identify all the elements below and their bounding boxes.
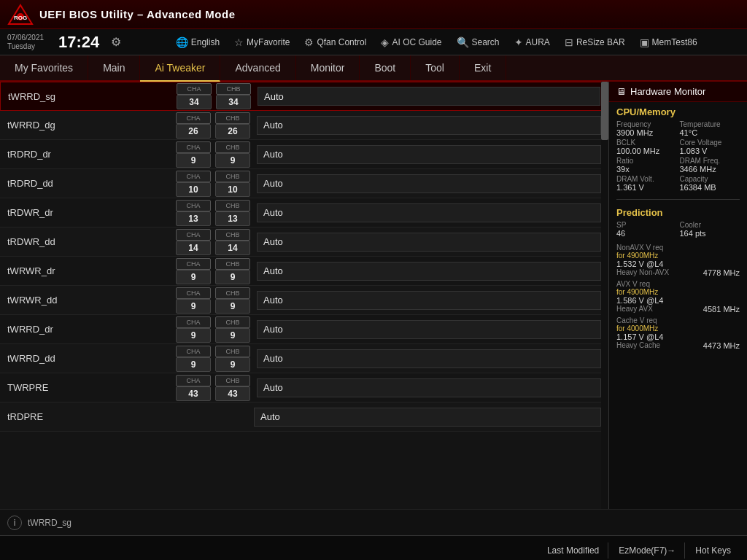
chb-value: 9	[215, 357, 250, 372]
cha-group: CHA 43	[175, 375, 212, 401]
header-logo: ROG UEFI BIOS Utility – Advanced Mode	[7, 4, 235, 26]
row-value[interactable]: Auto	[254, 408, 601, 427]
scrollbar-thumb[interactable]	[601, 82, 608, 140]
ratio-label: Ratio 39x	[616, 157, 677, 174]
nav-my-favorites[interactable]: My Favorites	[0, 55, 88, 80]
hw-monitor-title: 🖥 Hardware Monitor	[609, 82, 747, 102]
cha-header: CHA	[176, 200, 211, 211]
nav-ai-tweaker[interactable]: Ai Tweaker	[140, 55, 220, 82]
row-chips: CHA 9 CHB 9	[175, 316, 251, 343]
table-row[interactable]: tWRWR_dr CHA 9 CHB 9 Auto	[0, 257, 608, 286]
cha-value: 14	[176, 241, 211, 255]
nav-monitor[interactable]: Monitor	[296, 55, 360, 80]
table-row[interactable]: tRDWR_dr CHA 13 CHB 13 Auto	[0, 198, 608, 228]
row-label: tWRRD_sg	[8, 91, 176, 102]
row-label: tRDRD_dd	[7, 178, 175, 189]
chb-value: 9	[215, 270, 250, 284]
table-row[interactable]: tRDPRE Auto	[0, 402, 608, 432]
cha-value: 26	[176, 124, 211, 139]
chb-header: CHB	[216, 83, 251, 95]
topbar-aioc[interactable]: ◈ AI OC Guide	[378, 35, 444, 50]
row-chips: CHA 10 CHB 10	[175, 171, 251, 197]
row-value[interactable]: Auto	[257, 291, 601, 310]
sp-value: SP 46	[616, 221, 677, 238]
settings-icon[interactable]: ⚙	[111, 35, 121, 49]
row-value[interactable]: Auto	[257, 320, 601, 339]
cha-header: CHA	[176, 112, 211, 124]
header-title: UEFI BIOS Utility – Advanced Mode	[39, 8, 235, 20]
cha-group: CHA 26	[175, 112, 212, 139]
search-icon: 🔍	[457, 36, 469, 48]
row-chips: CHA 13 CHB 13	[175, 200, 251, 226]
cha-group: CHA 9	[175, 258, 212, 284]
topbar-items: 🌐 English ☆ MyFavorite ⚙ Qfan Control ◈ …	[133, 35, 740, 50]
row-value[interactable]: Auto	[257, 174, 601, 193]
row-value[interactable]: Auto	[257, 349, 601, 368]
topbar-memtest[interactable]: ▣ MemTest86	[637, 35, 700, 50]
chb-header: CHB	[215, 141, 250, 153]
chb-header: CHB	[215, 316, 250, 328]
table-row[interactable]: tRDWR_dd CHA 14 CHB 14 Auto	[0, 228, 608, 257]
chb-header: CHB	[215, 346, 250, 357]
table-body: tWRRD_sg CHA 34 CHB 34 Auto tWRRD_dg CHA…	[0, 82, 608, 432]
hot-keys-button[interactable]: Hot Keys	[686, 542, 740, 559]
table-row[interactable]: tWRWR_dd CHA 9 CHB 9 Auto	[0, 286, 608, 315]
chb-header: CHB	[215, 200, 250, 211]
non-avx-item: NonAVX V req for 4900MHz 1.532 V @L4 Hea…	[609, 242, 747, 279]
cha-group: CHA 9	[175, 287, 212, 314]
chb-group: CHB 9	[214, 258, 251, 284]
cpu-memory-title: CPU/Memory	[609, 102, 747, 120]
nav-exit[interactable]: Exit	[460, 55, 506, 80]
row-value[interactable]: Auto	[257, 203, 601, 222]
chb-group: CHB 14	[214, 229, 251, 255]
topbar-date: 07/06/2021	[7, 34, 44, 42]
topbar-myfavorite[interactable]: ☆ MyFavorite	[231, 35, 293, 50]
chb-header: CHB	[215, 375, 250, 386]
cha-group: CHA 9	[175, 346, 212, 372]
table-row[interactable]: tRDRD_dr CHA 9 CHB 9 Auto	[0, 140, 608, 169]
row-label: tWRRD_dr	[7, 324, 175, 335]
table-row[interactable]: tWRRD_dd CHA 9 CHB 9 Auto	[0, 344, 608, 373]
cache-item: Cache V req for 4000MHz 1.157 V @L4 Heav…	[609, 315, 747, 351]
cha-value: 34	[177, 95, 212, 109]
ez-mode-button[interactable]: EzMode(F7)→	[610, 542, 685, 559]
row-value[interactable]: Auto	[257, 378, 601, 397]
row-value[interactable]: Auto	[257, 116, 601, 135]
row-value[interactable]: Auto	[257, 233, 601, 252]
cha-group: CHA 14	[175, 229, 212, 255]
topbar-myfavorite-label: MyFavorite	[247, 37, 290, 47]
left-panel: tWRRD_sg CHA 34 CHB 34 Auto tWRRD_dg CHA…	[0, 82, 608, 509]
table-row[interactable]: tRDRD_dd CHA 10 CHB 10 Auto	[0, 169, 608, 198]
nav-boot[interactable]: Boot	[360, 55, 411, 80]
row-value[interactable]: Auto	[257, 262, 601, 281]
nav-main[interactable]: Main	[88, 55, 140, 80]
scrollbar-track[interactable]	[601, 82, 608, 509]
info-text: tWRRD_sg	[28, 518, 71, 528]
row-value[interactable]: Auto	[258, 87, 600, 106]
table-row[interactable]: tWRRD_dg CHA 26 CHB 26 Auto	[0, 111, 608, 140]
topbar-search[interactable]: 🔍 Search	[454, 35, 503, 50]
rog-logo-icon: ROG	[7, 4, 34, 26]
table-row[interactable]: TWRPRE CHA 43 CHB 43 Auto	[0, 373, 608, 402]
nav-tool[interactable]: Tool	[411, 55, 460, 80]
topbar-english[interactable]: 🌐 English	[173, 35, 222, 50]
table-row[interactable]: tWRRD_sg CHA 34 CHB 34 Auto	[0, 82, 608, 111]
nav-advanced[interactable]: Advanced	[220, 55, 295, 80]
bottom-bar: Last Modified EzMode(F7)→ Hot Keys	[0, 535, 747, 560]
cha-header: CHA	[176, 229, 211, 241]
table-row[interactable]: tWRRD_dr CHA 9 CHB 9 Auto	[0, 315, 608, 344]
cha-group: CHA 34	[176, 83, 212, 109]
topbar-resizebar[interactable]: ⊟ ReSize BAR	[562, 35, 628, 50]
last-modified-button[interactable]: Last Modified	[538, 542, 608, 559]
topbar-qfan[interactable]: ⚙ Qfan Control	[301, 35, 369, 50]
chb-value: 26	[215, 124, 250, 139]
topbar-qfan-label: Qfan Control	[317, 37, 366, 47]
row-value[interactable]: Auto	[257, 145, 601, 164]
chb-group: CHB 9	[214, 287, 251, 314]
chb-header: CHB	[215, 258, 250, 270]
row-chips: CHA 34 CHB 34	[176, 83, 252, 109]
chb-value: 9	[215, 299, 250, 314]
topbar-aura[interactable]: ✦ AURA	[511, 35, 553, 50]
topbar-day: Tuesday	[7, 42, 44, 51]
row-chips: CHA 9 CHB 9	[175, 287, 251, 314]
